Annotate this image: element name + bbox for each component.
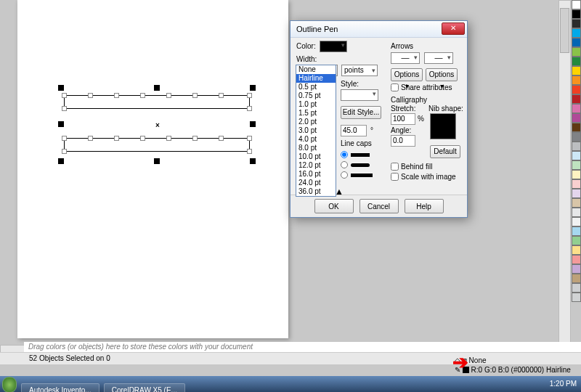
palette-swatch[interactable] — [572, 151, 581, 160]
width-option[interactable]: 1.5 pt — [296, 109, 336, 118]
object-node[interactable] — [219, 93, 224, 98]
arrow-start-options[interactable]: Options ▾ — [391, 68, 423, 81]
selection-handle[interactable] — [250, 158, 256, 164]
width-option[interactable]: 4.0 pt — [296, 135, 336, 144]
width-dropdown-list[interactable]: NoneHairline0.5 pt0.75 pt1.0 pt1.5 pt2.0… — [296, 65, 336, 197]
arrow-end-select[interactable]: — — [424, 52, 453, 64]
object-node[interactable] — [247, 93, 252, 98]
start-button[interactable] — [2, 377, 17, 392]
palette-swatch[interactable] — [572, 179, 581, 189]
palette-swatch[interactable] — [572, 75, 581, 85]
object-node[interactable] — [114, 93, 119, 98]
palette-swatch[interactable] — [572, 142, 581, 151]
object-node[interactable] — [62, 136, 67, 141]
palette-swatch[interactable] — [572, 198, 581, 208]
selection-handle[interactable] — [58, 121, 64, 127]
taskbar-app[interactable]: Autodesk Invento... — [21, 383, 99, 392]
palette-swatch[interactable] — [572, 123, 581, 132]
object-node[interactable] — [192, 93, 198, 98]
palette-swatch[interactable] — [572, 66, 581, 75]
palette-swatch[interactable] — [572, 94, 581, 104]
color-palette[interactable] — [572, 0, 581, 347]
width-option[interactable]: 0.75 pt — [296, 91, 336, 100]
miter-limit-input[interactable]: 45.0 — [341, 125, 367, 136]
windows-taskbar[interactable]: Autodesk Invento... CorelDRAW X5 (E... 1… — [0, 376, 581, 392]
palette-swatch[interactable] — [572, 264, 581, 274]
scroll-thumb[interactable] — [560, 8, 569, 53]
palette-swatch[interactable] — [572, 132, 581, 142]
arrow-start-select[interactable]: — — [391, 52, 420, 64]
palette-swatch[interactable] — [572, 38, 581, 47]
palette-swatch[interactable] — [572, 208, 581, 217]
palette-swatch[interactable] — [572, 160, 581, 170]
object-node[interactable] — [247, 149, 252, 154]
palette-swatch[interactable] — [572, 85, 581, 94]
object-node[interactable] — [114, 136, 119, 141]
share-attributes-check[interactable]: Share attributes — [391, 83, 452, 91]
taskbar-clock[interactable]: 1:20 PM — [550, 376, 577, 392]
selection-handle[interactable] — [250, 121, 256, 127]
palette-swatch[interactable] — [572, 0, 581, 9]
object-node[interactable] — [166, 136, 171, 141]
palette-swatch[interactable] — [572, 189, 581, 198]
palette-swatch[interactable] — [572, 28, 581, 38]
width-option[interactable]: Hairline — [296, 74, 336, 83]
object-node[interactable] — [247, 136, 252, 141]
palette-swatch[interactable] — [572, 170, 581, 179]
palette-swatch[interactable] — [572, 245, 581, 255]
width-option[interactable]: 12.0 pt — [296, 161, 336, 170]
default-button[interactable]: Default — [430, 145, 460, 158]
width-option[interactable]: 16.0 pt — [296, 170, 336, 179]
style-select[interactable] — [341, 89, 378, 101]
width-option[interactable]: 24.0 pt — [296, 179, 336, 187]
palette-swatch[interactable] — [572, 113, 581, 123]
scale-with-image-check[interactable]: Scale with image — [391, 173, 456, 181]
selection-handle[interactable] — [250, 85, 256, 91]
palette-swatch[interactable] — [572, 104, 581, 113]
width-option[interactable]: 8.0 pt — [296, 144, 336, 152]
palette-swatch[interactable] — [572, 293, 581, 302]
dialog-titlebar[interactable]: Outline Pen ✕ — [290, 21, 467, 38]
width-option[interactable]: None — [296, 65, 336, 74]
close-button[interactable]: ✕ — [442, 23, 465, 35]
linecap-flat[interactable] — [341, 150, 373, 159]
drawing-canvas[interactable]: × — [17, 0, 288, 338]
object-node[interactable] — [247, 106, 252, 111]
width-units-select[interactable]: points — [341, 65, 378, 76]
palette-swatch[interactable] — [572, 283, 581, 293]
object-node[interactable] — [166, 93, 171, 98]
palette-swatch[interactable] — [572, 19, 581, 28]
width-option[interactable]: 3.0 pt — [296, 126, 336, 135]
width-option[interactable]: 2.0 pt — [296, 118, 336, 126]
object-node[interactable] — [219, 136, 224, 141]
palette-swatch[interactable] — [572, 47, 581, 57]
document-color-well[interactable]: Drag colors (or objects) here to store t… — [24, 342, 581, 353]
palette-swatch[interactable] — [572, 217, 581, 226]
stretch-input[interactable]: 100 — [391, 113, 415, 125]
object-node[interactable] — [88, 136, 93, 141]
object-node[interactable] — [140, 136, 145, 141]
behind-fill-check[interactable]: Behind fill — [391, 163, 432, 171]
object-node[interactable] — [62, 106, 67, 111]
selection-handle[interactable] — [154, 158, 160, 164]
object-node[interactable] — [88, 93, 93, 98]
object-node[interactable] — [62, 149, 67, 154]
selection-handle[interactable] — [58, 85, 64, 91]
palette-swatch[interactable] — [572, 9, 581, 19]
linecap-round[interactable] — [341, 160, 373, 169]
fill-outline-indicator[interactable]: ◇ ⊠ None ✎ R:0 G:0 B:0 (#000000) Hairlin… — [455, 356, 571, 375]
linecap-square[interactable] — [341, 171, 373, 179]
palette-swatch[interactable] — [572, 226, 581, 236]
vertical-scrollbar[interactable] — [558, 0, 571, 346]
width-option[interactable]: 1.0 pt — [296, 100, 336, 109]
palette-swatch[interactable] — [572, 236, 581, 245]
ok-button[interactable]: OK — [314, 199, 354, 213]
object-node[interactable] — [140, 93, 145, 98]
width-option[interactable]: 36.0 pt — [296, 187, 336, 196]
selection-handle[interactable] — [154, 85, 160, 91]
width-option[interactable]: 0.5 pt — [296, 83, 336, 91]
selection-handle[interactable] — [58, 158, 64, 164]
palette-swatch[interactable] — [572, 255, 581, 264]
help-button[interactable]: Help — [405, 199, 444, 213]
edit-style-button[interactable]: Edit Style... — [341, 106, 381, 119]
